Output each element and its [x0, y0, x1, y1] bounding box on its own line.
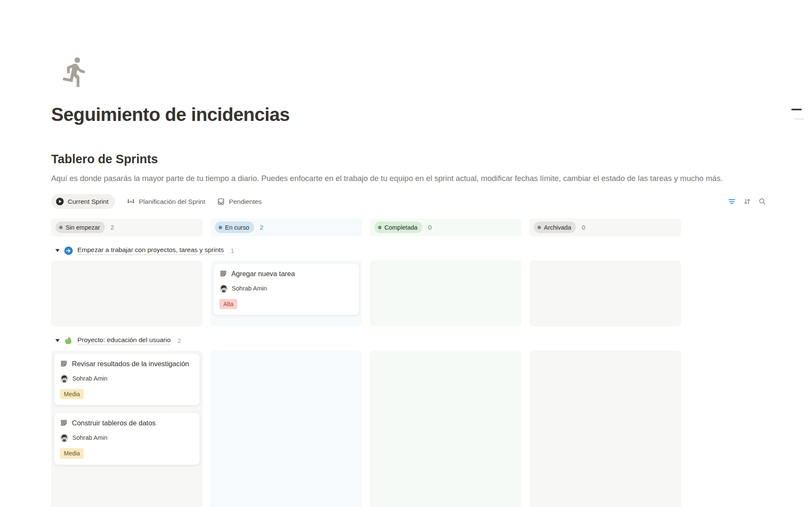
- status-badge[interactable]: En curso: [215, 222, 254, 233]
- page-icon: [60, 419, 68, 427]
- cell-sin-empezar: [51, 260, 203, 326]
- group-title-link[interactable]: Empezar a trabajar con proyectos, tareas…: [77, 246, 224, 255]
- status-label: Completada: [384, 224, 417, 231]
- tab-current-sprint[interactable]: Current Sprint: [51, 194, 115, 209]
- group-count: 1: [230, 247, 234, 254]
- cell-completada: [370, 260, 521, 326]
- status-dot-icon: [59, 226, 63, 229]
- collapse-toggle-icon[interactable]: [55, 339, 60, 342]
- status-badge[interactable]: Archivada: [534, 222, 576, 233]
- arrow-circle-icon: [64, 247, 73, 255]
- task-card[interactable]: Construir tableros de datos: [54, 412, 200, 465]
- status-dot-icon: [538, 226, 541, 229]
- tab-label: Planificación del Sprint: [139, 198, 205, 206]
- inbox-icon: [217, 197, 225, 206]
- group-row-sprint: Empezar a trabajar con proyectos, tareas…: [51, 244, 767, 258]
- board-row: Revisar resultados de la investigación: [51, 351, 767, 507]
- board-toolbar: [727, 197, 767, 206]
- board-column-headers: Sin empezar 2 En curso 2 Completada 0 Ar…: [51, 219, 767, 236]
- outline-indicator[interactable]: [787, 0, 812, 135]
- status-dot-icon: [219, 226, 222, 229]
- page-icon: [60, 360, 68, 367]
- priority-badge: Media: [60, 389, 84, 400]
- page-title: Seguimiento de incidencias: [51, 103, 767, 126]
- search-icon[interactable]: [758, 197, 767, 206]
- section-description: Aquí es donde pasarás la mayor parte de …: [51, 172, 767, 185]
- status-badge[interactable]: Sin empezar: [55, 222, 105, 233]
- cell-archivada: [529, 351, 681, 507]
- board-row: Agregar nueva tarea: [51, 260, 767, 326]
- status-badge[interactable]: Completada: [374, 222, 422, 233]
- card-title: Construir tableros de datos: [72, 418, 156, 428]
- play-icon: [56, 197, 64, 206]
- column-header-completada[interactable]: Completada 0: [370, 219, 521, 236]
- assignee-name: Sohrab Amin: [72, 434, 107, 441]
- tab-backlog[interactable]: Pendientes: [217, 197, 262, 206]
- view-tabs: Current Sprint Planificación del Sprint: [51, 192, 767, 211]
- status-label: Archivada: [544, 224, 571, 231]
- cell-archivada: [529, 260, 681, 326]
- cell-sin-empezar: Revisar resultados de la investigación: [51, 351, 203, 507]
- cell-en-curso: Agregar nueva tarea: [211, 260, 362, 326]
- collapse-toggle-icon[interactable]: [55, 249, 60, 252]
- cell-completada: [370, 351, 521, 507]
- page-icon: [219, 270, 227, 277]
- section-heading: Tablero de Sprints: [51, 151, 767, 167]
- green-apple-icon: [64, 337, 73, 345]
- outline-dash-icon[interactable]: [791, 109, 802, 110]
- meeting-icon: [127, 197, 135, 206]
- tab-label: Current Sprint: [68, 198, 108, 206]
- cell-en-curso: [211, 351, 362, 507]
- group-title-link[interactable]: Proyecto: educación del usuario: [77, 336, 171, 345]
- status-label: Sin empezar: [66, 224, 100, 231]
- page-content: Seguimiento de incidencias Tablero de Sp…: [0, 55, 812, 507]
- column-count: 0: [428, 224, 431, 231]
- task-card[interactable]: Revisar resultados de la investigación: [54, 353, 200, 406]
- avatar: [60, 433, 69, 442]
- column-count: 2: [110, 224, 114, 231]
- column-header-archivada[interactable]: Archivada 0: [529, 219, 681, 236]
- column-count: 2: [260, 224, 263, 231]
- status-dot-icon: [378, 226, 381, 229]
- filter-icon[interactable]: [727, 197, 736, 206]
- sort-icon[interactable]: [743, 197, 752, 206]
- avatar: [60, 374, 69, 383]
- assignee-name: Sohrab Amin: [72, 375, 107, 382]
- group-count: 2: [178, 337, 181, 344]
- priority-badge: Alta: [219, 299, 237, 310]
- column-count: 0: [582, 224, 585, 231]
- task-card[interactable]: Agregar nueva tarea: [213, 263, 359, 316]
- column-header-sin-empezar[interactable]: Sin empezar 2: [51, 219, 203, 236]
- group-row-proyecto: Proyecto: educación del usuario 2: [51, 334, 767, 348]
- avatar: [219, 284, 228, 293]
- column-header-en-curso[interactable]: En curso 2: [211, 219, 362, 236]
- tab-sprint-planning[interactable]: Planificación del Sprint: [127, 197, 205, 206]
- priority-badge: Media: [60, 448, 84, 459]
- running-person-icon[interactable]: [59, 55, 92, 88]
- card-title: Agregar nueva tarea: [231, 269, 295, 279]
- tab-label: Pendientes: [229, 198, 262, 206]
- outline-dash-icon[interactable]: [794, 118, 804, 120]
- card-title: Revisar resultados de la investigación: [72, 359, 189, 369]
- status-label: En curso: [225, 224, 249, 231]
- assignee-name: Sohrab Amin: [232, 285, 267, 292]
